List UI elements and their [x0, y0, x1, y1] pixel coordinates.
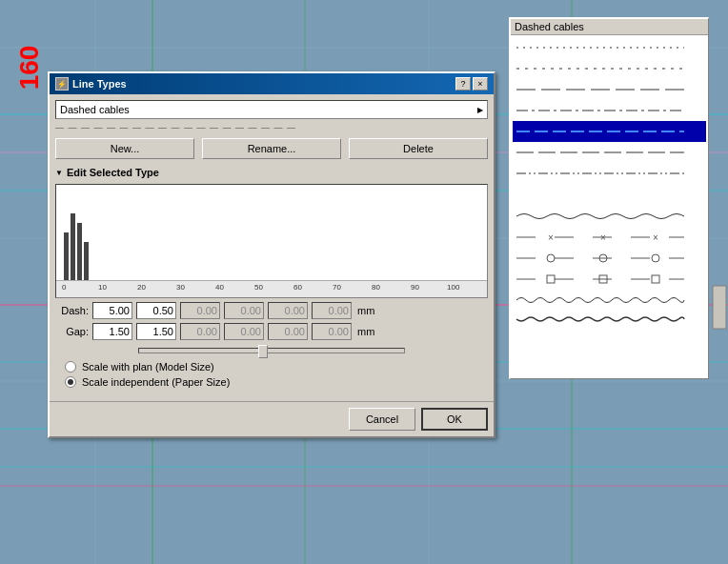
- list-item[interactable]: [513, 184, 706, 205]
- dropdown-row: Dashed cables ▶: [55, 100, 488, 119]
- ruler-tick: 70: [333, 283, 341, 292]
- dash-input-2[interactable]: [136, 302, 176, 319]
- svg-text:×: ×: [548, 232, 554, 242]
- list-item[interactable]: [513, 205, 706, 226]
- dialog-titlebar: ⚡ Line Types ? ×: [50, 73, 494, 94]
- ruler-tick: 60: [293, 283, 302, 292]
- svg-rect-40: [84, 242, 89, 280]
- ruler-tick: 100: [447, 283, 459, 292]
- rename-button[interactable]: Rename...: [202, 138, 341, 159]
- radio-model-size-label: Scale with plan (Model Size): [82, 361, 214, 373]
- gap-input-5[interactable]: [268, 323, 308, 340]
- line-preview-chart: 0 10 20 30 40 50 60 70 80 90 100: [55, 184, 488, 298]
- slider-row: [55, 344, 488, 353]
- slider-thumb[interactable]: [258, 345, 268, 358]
- ruler-tick: 20: [137, 283, 146, 292]
- ruler-tick: 40: [215, 283, 224, 292]
- svg-rect-38: [71, 213, 75, 280]
- action-buttons: New... Rename... Delete: [55, 138, 488, 159]
- ruler-tick: 90: [411, 283, 419, 292]
- gap-input-2[interactable]: [136, 323, 176, 340]
- dialog-icon: ⚡: [55, 77, 69, 91]
- dialog-footer: Cancel OK: [50, 401, 494, 436]
- dash-input-5[interactable]: [268, 302, 308, 319]
- list-item[interactable]: [513, 289, 706, 310]
- radio-paper-size[interactable]: [65, 376, 76, 388]
- ruler-tick: 10: [98, 283, 107, 292]
- list-item[interactable]: [513, 163, 706, 184]
- gap-input-3[interactable]: [180, 323, 220, 340]
- gap-input-4[interactable]: [224, 323, 264, 340]
- dash-label: Dash:: [55, 305, 89, 316]
- svg-rect-34: [547, 275, 555, 283]
- line-types-dialog: ⚡ Line Types ? × Dashed cables ▶ New... …: [48, 71, 495, 438]
- dialog-controls: ? ×: [455, 77, 488, 91]
- list-item[interactable]: [513, 79, 706, 100]
- radio-model-size[interactable]: [65, 361, 76, 373]
- chart-ruler: 0 10 20 30 40 50 60 70 80 90 100: [56, 280, 487, 297]
- slider-track[interactable]: [138, 348, 405, 353]
- dash-unit: mm: [357, 305, 374, 316]
- ruler-tick: 80: [372, 283, 380, 292]
- list-item[interactable]: × × ×: [513, 226, 706, 247]
- list-item[interactable]: [513, 310, 706, 331]
- ruler-tick: 0: [62, 283, 66, 292]
- close-button[interactable]: ×: [473, 77, 488, 91]
- list-item-selected[interactable]: [513, 121, 706, 142]
- ruler-tick: 50: [254, 283, 263, 292]
- dash-input-1[interactable]: [92, 302, 132, 319]
- radio-paper-size-label: Scale independent (Paper Size): [82, 376, 230, 388]
- separator: [55, 123, 488, 132]
- dash-input-4[interactable]: [224, 302, 264, 319]
- svg-rect-37: [64, 232, 69, 280]
- delete-button[interactable]: Delete: [349, 138, 488, 159]
- dash-input-3[interactable]: [180, 302, 220, 319]
- gap-label: Gap:: [55, 326, 89, 337]
- list-item[interactable]: [513, 247, 706, 268]
- dash-param-row: Dash: mm: [55, 302, 488, 319]
- line-types-panel: Dashed cables: [509, 17, 709, 379]
- radio-row-2: Scale independent (Paper Size): [65, 376, 488, 388]
- svg-point-30: [547, 254, 555, 262]
- list-item[interactable]: [513, 100, 706, 121]
- radio-row-1: Scale with plan (Model Size): [65, 361, 488, 373]
- section-title: Edit Selected Type: [67, 167, 159, 178]
- section-triangle-icon: ▼: [55, 169, 63, 177]
- dialog-title-area: ⚡ Line Types: [55, 77, 127, 91]
- ok-button[interactable]: OK: [421, 408, 488, 431]
- svg-text:×: ×: [653, 232, 658, 242]
- gap-param-row: Gap: mm: [55, 323, 488, 340]
- list-item[interactable]: [513, 58, 706, 79]
- svg-rect-39: [77, 223, 82, 280]
- cancel-button[interactable]: Cancel: [349, 408, 415, 431]
- line-type-dropdown[interactable]: Dashed cables ▶: [55, 100, 488, 119]
- ruler-tick: 30: [176, 283, 185, 292]
- line-types-list[interactable]: × × ×: [511, 35, 708, 378]
- gap-input-1[interactable]: [92, 323, 132, 340]
- dropdown-arrow-icon: ▶: [477, 106, 483, 114]
- side-number: 160: [14, 46, 45, 91]
- help-button[interactable]: ?: [455, 77, 471, 91]
- dialog-content: Dashed cables ▶ New... Rename... Delete …: [50, 94, 494, 397]
- list-item[interactable]: [513, 142, 706, 163]
- gap-input-6[interactable]: [312, 323, 352, 340]
- section-header: ▼ Edit Selected Type: [55, 167, 488, 178]
- svg-text:×: ×: [600, 232, 606, 242]
- list-item[interactable]: [513, 37, 706, 58]
- gap-unit: mm: [357, 326, 374, 337]
- list-item[interactable]: [513, 268, 706, 289]
- dropdown-value: Dashed cables: [60, 104, 130, 115]
- svg-point-32: [652, 254, 659, 262]
- svg-rect-17: [713, 286, 726, 329]
- line-types-panel-title: Dashed cables: [511, 19, 708, 35]
- dialog-title: Line Types: [72, 78, 127, 90]
- dash-input-6[interactable]: [312, 302, 352, 319]
- new-button[interactable]: New...: [55, 138, 194, 159]
- svg-rect-36: [652, 275, 659, 283]
